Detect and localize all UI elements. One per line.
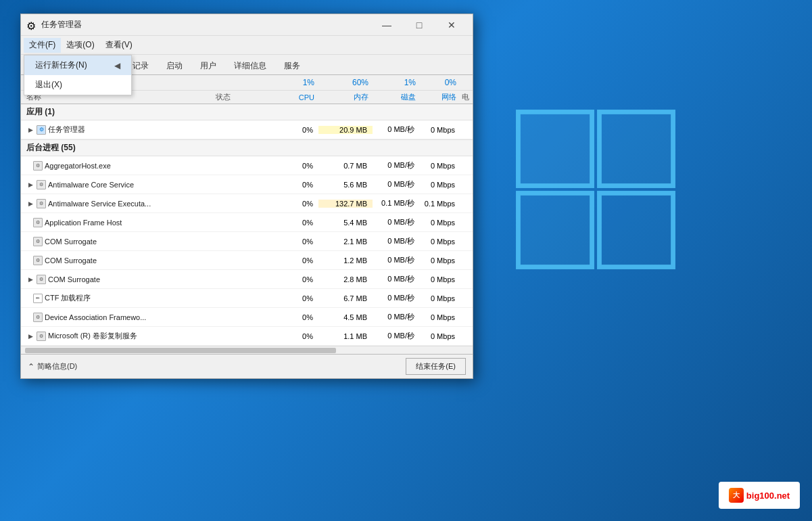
app-icon: ⚙ — [26, 20, 37, 30]
process-name-acs: ▶ ⚙ Antimalware Core Service — [21, 180, 210, 189]
menu-run-new-task[interactable]: 运行新任务(N) ◀ — [24, 55, 131, 75]
menu-file[interactable]: 文件(F) — [24, 38, 61, 53]
close-button[interactable]: ✕ — [436, 15, 467, 35]
table-row[interactable]: ▶ ⚙ Microsoft (R) 卷影复制服务 0% 1.1 MB 0 MB/… — [21, 327, 473, 346]
process-name-tm: ▶ ⚙ 任务管理器 — [21, 124, 210, 135]
expand-icon-com3[interactable]: ▶ — [26, 275, 34, 284]
com3-network: 0 Mbps — [420, 275, 460, 284]
acs-disk: 0 MB/秒 — [373, 179, 420, 189]
tm-cpu: 0% — [264, 126, 318, 134]
svg-rect-5 — [601, 114, 671, 184]
minimize-button[interactable]: — — [371, 15, 402, 35]
ctf-network: 0 Mbps — [420, 294, 460, 302]
process-icon-ms: ⚙ — [37, 332, 46, 341]
com3-cpu: 0% — [264, 275, 318, 284]
section-apps: 应用 (1) — [21, 104, 473, 120]
process-icon-com3: ⚙ — [37, 275, 46, 284]
menu-view[interactable]: 查看(V) — [100, 38, 138, 53]
acs-memory: 5.6 MB — [318, 181, 373, 189]
horizontal-scrollbar[interactable] — [21, 346, 473, 354]
svg-rect-6 — [520, 195, 590, 265]
tm-label: 任务管理器 — [48, 124, 85, 135]
tab-services[interactable]: 服务 — [275, 57, 309, 74]
process-icon-ctf: ✏ — [33, 294, 43, 303]
desktop: { "desktop": { "background": "blue-gradi… — [0, 0, 812, 521]
ctf-label: CTF 加载程序 — [45, 293, 91, 303]
acs-cpu: 0% — [264, 181, 318, 189]
com2-disk: 0 MB/秒 — [373, 255, 420, 265]
ase-network: 0.1 Mbps — [420, 200, 460, 208]
expand-icon-ms[interactable]: ▶ — [26, 332, 34, 340]
summary-arrow-icon: ⌃ — [28, 362, 34, 371]
task-manager-window: ⚙ 任务管理器 — □ ✕ 文件(F) 选项(O) 查看(V) 运行新任务(N)… — [20, 14, 473, 379]
file-dropdown: 运行新任务(N) ◀ 退出(X) — [24, 55, 132, 95]
bottom-bar: ⌃ 简略信息(D) 结束任务(E) — [21, 354, 473, 378]
com3-memory: 2.8 MB — [318, 275, 373, 284]
end-task-button[interactable]: 结束任务(E) — [406, 358, 466, 375]
table-row[interactable]: ▶ ⚙ COM Surrogate 0% 2.8 MB 0 MB/秒 0 Mbp… — [21, 270, 473, 289]
tab-users[interactable]: 用户 — [191, 57, 225, 74]
windows-logo — [515, 108, 677, 271]
table-row[interactable]: ▶ ⚙ Antimalware Core Service 0% 5.6 MB 0… — [21, 175, 473, 194]
com3-disk: 0 MB/秒 — [373, 274, 420, 284]
menu-exit[interactable]: 退出(X) — [24, 75, 131, 95]
col-header-cpu[interactable]: CPU — [264, 93, 318, 101]
watermark-text: big100.net — [746, 491, 790, 501]
title-bar-buttons: — □ ✕ — [371, 15, 467, 35]
tab-details[interactable]: 详细信息 — [225, 57, 275, 74]
com3-label: COM Surrogate — [48, 275, 100, 284]
process-name-daf: ⚙ Device Association Framewo... — [21, 313, 210, 322]
ms-network: 0 Mbps — [420, 332, 460, 340]
com1-label: COM Surrogate — [45, 237, 97, 246]
h-scroll-thumb[interactable] — [25, 348, 336, 353]
tm-disk: 0 MB/秒 — [373, 124, 420, 135]
table-row[interactable]: ⚙ COM Surrogate 0% 2.1 MB 0 MB/秒 0 Mbps — [21, 232, 473, 251]
expand-icon-acs[interactable]: ▶ — [26, 181, 34, 189]
menu-options[interactable]: 选项(O) — [61, 38, 99, 53]
acs-network: 0 Mbps — [420, 181, 460, 189]
ctf-memory: 6.7 MB — [318, 294, 373, 302]
col-header-memory[interactable]: 内存 — [318, 92, 373, 102]
table-row[interactable]: ⚙ AggregatorHost.exe 0% 0.7 MB 0 MB/秒 0 … — [21, 156, 473, 175]
arrow-icon: ◀ — [114, 61, 120, 70]
process-icon-acs: ⚙ — [37, 180, 46, 189]
daf-label: Device Association Framewo... — [45, 313, 146, 321]
table-row[interactable]: ⚙ COM Surrogate 0% 1.2 MB 0 MB/秒 0 Mbps — [21, 251, 473, 270]
com1-memory: 2.1 MB — [318, 237, 373, 246]
process-name-aggregator: ⚙ AggregatorHost.exe — [21, 161, 210, 171]
tab-startup[interactable]: 启动 — [158, 57, 191, 74]
col-header-network[interactable]: 网络 — [420, 92, 460, 102]
aggregator-label: AggregatorHost.exe — [45, 162, 111, 170]
process-name-ase: ▶ ⚙ Antimalware Service Executa... — [21, 199, 210, 208]
col-header-disk[interactable]: 磁盘 — [373, 92, 420, 102]
process-name-afh: ⚙ Application Frame Host — [21, 218, 210, 227]
menu-bar: 文件(F) 选项(O) 查看(V) 运行新任务(N) ◀ 退出(X) — [21, 36, 473, 55]
process-icon-afh: ⚙ — [33, 218, 43, 227]
ase-cpu: 0% — [264, 200, 318, 208]
process-name-com2: ⚙ COM Surrogate — [21, 256, 210, 265]
table-row[interactable]: ⚙ Application Frame Host 0% 5.4 MB 0 MB/… — [21, 213, 473, 232]
expand-icon-ase[interactable]: ▶ — [26, 200, 34, 208]
table-row[interactable]: ▶ ⚙ 任务管理器 0% 20.9 MB 0 MB/秒 0 Mbps — [21, 120, 473, 139]
expand-icon[interactable]: ▶ — [26, 126, 34, 134]
table-row[interactable]: ⚙ Device Association Framewo... 0% 4.5 M… — [21, 308, 473, 327]
exit-label: 退出(X) — [35, 79, 62, 91]
process-list[interactable]: 应用 (1) ▶ ⚙ 任务管理器 0% 20.9 MB 0 MB/秒 0 Mbp… — [21, 104, 473, 346]
table-row[interactable]: ▶ ⚙ Antimalware Service Executa... 0% 13… — [21, 194, 473, 213]
afh-disk: 0 MB/秒 — [373, 217, 420, 227]
process-icon-com1: ⚙ — [33, 237, 43, 246]
com1-cpu: 0% — [264, 237, 318, 246]
process-icon-ase: ⚙ — [37, 199, 46, 208]
col-header-power[interactable]: 电 — [460, 92, 481, 102]
col-header-status[interactable]: 状态 — [210, 92, 264, 102]
table-row[interactable]: ✏ CTF 加载程序 0% 6.7 MB 0 MB/秒 0 Mbps — [21, 289, 473, 308]
ms-cpu: 0% — [264, 332, 318, 340]
process-name-ctf: ✏ CTF 加载程序 — [21, 293, 210, 303]
tm-memory: 20.9 MB — [318, 126, 373, 134]
col-pct-disk: 1% — [373, 78, 420, 87]
summary-button[interactable]: ⌃ 简略信息(D) — [28, 361, 77, 371]
com2-network: 0 Mbps — [420, 256, 460, 265]
maximize-button[interactable]: □ — [404, 15, 435, 35]
aggregator-cpu: 0% — [264, 162, 318, 170]
process-name-com1: ⚙ COM Surrogate — [21, 237, 210, 246]
